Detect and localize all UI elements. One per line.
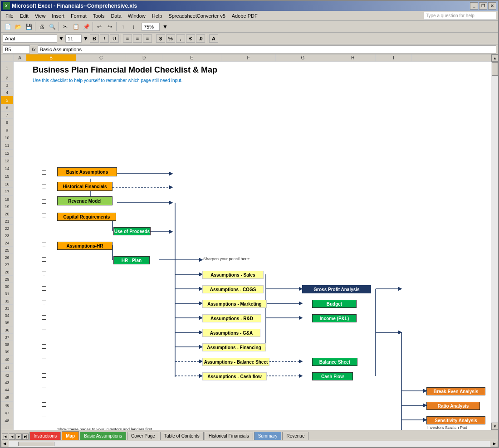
tab-historical-financials[interactable]: Historical Financials [205, 432, 253, 440]
print-preview-button[interactable]: 🔍 [47, 22, 57, 31]
assumptions-ga-box[interactable]: Assumptions - G&A [202, 329, 260, 337]
save-button[interactable]: 💾 [24, 22, 34, 31]
font-size-box[interactable]: 11 [65, 34, 82, 43]
menu-tools[interactable]: Tools [90, 12, 108, 19]
tab-next-button[interactable]: ▶ [15, 433, 22, 440]
tab-map[interactable]: Map [62, 431, 79, 440]
align-center-button[interactable]: ≡ [133, 34, 142, 43]
col-d[interactable]: D [126, 54, 162, 61]
new-button[interactable]: 📄 [3, 22, 13, 31]
open-button[interactable]: 📂 [13, 22, 23, 31]
budget-box[interactable]: Budget [312, 300, 357, 308]
menu-file[interactable]: File [3, 12, 16, 19]
decimal-button[interactable]: .0 [196, 34, 205, 43]
cb-row33[interactable] [42, 373, 46, 378]
hr-plan-box[interactable]: HR - Plan [113, 256, 150, 264]
cb-row23[interactable] [42, 301, 46, 305]
cb-row9[interactable] [42, 199, 46, 204]
bold-button[interactable]: B [90, 34, 99, 43]
historical-financials-box[interactable]: Historical Financials [57, 182, 113, 191]
tab-basic-assumptions[interactable]: Basic Assumptions [80, 432, 126, 440]
close-button[interactable]: ✕ [488, 2, 496, 10]
cb-row5[interactable] [42, 170, 46, 175]
cut-button[interactable]: ✂ [60, 22, 70, 31]
currency-button[interactable]: $ [156, 34, 165, 43]
cash-flow-box[interactable]: Cash Flow [312, 372, 353, 380]
hscroll-thumb[interactable] [18, 442, 54, 446]
hscroll-track[interactable] [9, 441, 490, 447]
basic-assumptions-box[interactable]: Basic Assumptions [57, 167, 117, 176]
cb-row21[interactable] [42, 286, 46, 291]
scroll-down-button[interactable]: ▼ [491, 423, 498, 430]
hscroll-left-button[interactable]: ◀ [1, 441, 8, 447]
ratio-analysis-box[interactable]: Ratio Analysis [426, 402, 480, 410]
tab-table-of-contents[interactable]: Table of Contents [160, 432, 204, 440]
tab-revenue[interactable]: Revenue [282, 432, 308, 440]
col-e[interactable]: E [162, 54, 221, 61]
cb-row31[interactable] [42, 359, 46, 363]
percent-button[interactable]: % [166, 34, 175, 43]
assumptions-cashflow-box[interactable]: Assumptions - Cash flow [202, 372, 267, 380]
font-name-box[interactable]: Arial [3, 34, 57, 43]
use-of-proceeds-box[interactable]: Use of Proceeds [113, 227, 151, 235]
cb-row27[interactable] [42, 330, 46, 334]
menu-format[interactable]: Format [68, 12, 89, 19]
assumptions-sales-box[interactable]: Assumptions - Sales [202, 271, 264, 279]
underline-button[interactable]: U [110, 34, 119, 43]
increase-decimal-button[interactable]: € [186, 34, 195, 43]
cb-row35[interactable] [42, 388, 46, 392]
menu-view[interactable]: View [32, 12, 49, 19]
scroll-up-button[interactable]: ▲ [491, 54, 498, 62]
sensitivity-box[interactable]: Sensitivity Analysis [426, 416, 485, 424]
tab-first-button[interactable]: |◀ [2, 433, 8, 440]
assumptions-rd-box[interactable]: Assumptions - R&D [202, 314, 261, 322]
col-b[interactable]: B [26, 54, 76, 61]
scroll-thumb[interactable] [492, 62, 498, 76]
revenue-model-box[interactable]: Revenue Model [57, 196, 113, 205]
assumptions-financing-box[interactable]: Assumptions - Financing [202, 343, 266, 351]
tab-cover-page[interactable]: Cover Page [127, 432, 159, 440]
hscroll-right-button[interactable]: ▶ [491, 441, 498, 447]
assumptions-hr-box[interactable]: Assumptions-HR [57, 242, 113, 250]
zoom-dropdown[interactable]: ▼ [160, 22, 170, 31]
tab-last-button[interactable]: ▶| [22, 433, 29, 440]
cb-row17[interactable] [42, 257, 46, 262]
cb-row15[interactable] [42, 243, 46, 247]
col-c[interactable]: C [76, 54, 126, 61]
restore-button[interactable]: ❐ [479, 2, 487, 10]
font-color-button[interactable]: A [209, 34, 218, 43]
vertical-scrollbar[interactable]: ▲ ▼ [491, 54, 498, 430]
redo-button[interactable]: ↪ [105, 22, 115, 31]
assumptions-marketing-box[interactable]: Assumptions - Marketing [202, 300, 267, 308]
formula-input[interactable]: Basic Assumptions [38, 45, 496, 54]
cb-row39[interactable] [42, 417, 46, 421]
income-pl-box[interactable]: Income (P&L) [312, 314, 357, 322]
comma-button[interactable]: , [176, 34, 185, 43]
minimize-button[interactable]: _ [470, 2, 478, 10]
col-g[interactable]: G [276, 54, 330, 61]
align-right-button[interactable]: ≡ [143, 34, 152, 43]
menu-help[interactable]: Help [149, 12, 165, 19]
balance-sheet-box[interactable]: Balance Sheet [312, 358, 357, 366]
break-even-box[interactable]: Break-Even Analysis [426, 387, 485, 395]
cell-reference[interactable]: B5 [3, 45, 30, 54]
copy-button[interactable]: 📋 [71, 22, 81, 31]
menu-spreadsheet-converter[interactable]: SpreadsheetConverter v5 [166, 12, 228, 19]
horizontal-scrollbar[interactable]: ◀ ▶ [1, 440, 498, 447]
print-button[interactable]: 🖨 [37, 22, 47, 31]
cb-row37[interactable] [42, 402, 46, 407]
gross-profit-box[interactable]: Gross Profit Analysis [302, 285, 371, 293]
menu-edit[interactable]: Edit [17, 12, 31, 19]
col-h[interactable]: H [330, 54, 376, 61]
cb-row29[interactable] [42, 344, 46, 349]
cb-row19[interactable] [42, 272, 46, 276]
paste-button[interactable]: 📌 [81, 22, 91, 31]
capital-requirements-box[interactable]: Capital Requirements [57, 213, 116, 221]
align-left-button[interactable]: ≡ [123, 34, 132, 43]
menu-adobe-pdf[interactable]: Adobe PDF [229, 12, 260, 19]
menu-insert[interactable]: Insert [49, 12, 67, 19]
cb-row11[interactable] [42, 214, 46, 218]
assumptions-balance-box[interactable]: Assumptions - Balance Sheet [202, 358, 269, 366]
tab-summary[interactable]: Summary [254, 432, 282, 440]
tab-prev-button[interactable]: ◀ [9, 433, 15, 440]
